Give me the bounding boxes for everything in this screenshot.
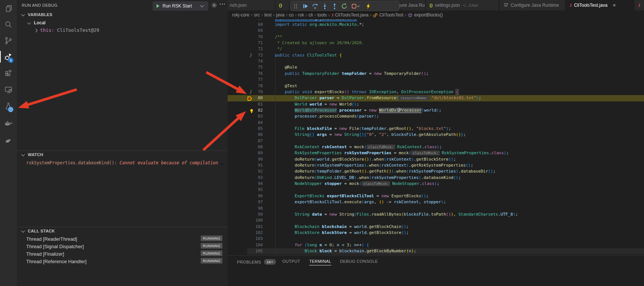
- code-line-text[interactable]: WorldDslProcessor processor = new WorldD…: [275, 107, 441, 113]
- breadcrumb-item-test[interactable]: test: [264, 12, 271, 18]
- variable-row-this[interactable]: this: CliToolsTest@29: [34, 27, 99, 33]
- step-into-icon[interactable]: [320, 2, 329, 10]
- code-line-101[interactable]: 101 Blockchain blockchain = world.getBlo…: [228, 224, 644, 230]
- line-number[interactable]: 101: [235, 224, 263, 230]
- code-line-84[interactable]: 84: [228, 120, 644, 126]
- line-number[interactable]: 85: [235, 126, 263, 132]
- code-line-86[interactable]: 86 String[] args = new String[]{"0", "2"…: [228, 132, 644, 138]
- code-line-74[interactable]: 74: [228, 58, 644, 65]
- editor-tab-CliToolsTest.java[interactable]: JCliToolsTest.java×: [566, 0, 634, 10]
- explorer-icon[interactable]: [4, 4, 13, 13]
- gutter-arc-icon[interactable]: ): [249, 89, 252, 95]
- code-line-99[interactable]: 99 String data = new String(Files.readAl…: [228, 212, 644, 218]
- breadcrumb-item-tools[interactable]: tools: [317, 12, 326, 18]
- gear-icon[interactable]: [211, 2, 217, 10]
- search-icon[interactable]: [4, 20, 13, 29]
- code-line-68[interactable]: 68import static org.mockito.Mockito.*;: [228, 22, 644, 28]
- breadcrumb-item-rskj-core[interactable]: rskj-core: [232, 12, 249, 18]
- code-line-69[interactable]: 69: [228, 28, 644, 34]
- line-number[interactable]: 97: [235, 199, 263, 205]
- code-line-95[interactable]: 95: [228, 187, 644, 193]
- code-line-70[interactable]: 70/**: [228, 34, 644, 40]
- watch-expression-row[interactable]: rskSystemProperties.databaseKind(): Cann…: [26, 160, 225, 165]
- chevron-down-icon[interactable]: [356, 2, 361, 10]
- line-number[interactable]: 96: [235, 193, 263, 199]
- line-number[interactable]: 71: [235, 40, 263, 46]
- line-number[interactable]: 81: [235, 101, 263, 107]
- code-line-73[interactable]: 73)public class CliToolsTest {: [228, 52, 644, 59]
- more-actions-icon[interactable]: ···: [219, 1, 226, 7]
- code-line-80[interactable]: 80 DslParser parser = DslParser.fromReso…: [228, 95, 644, 101]
- breadcrumb-item-src[interactable]: src: [254, 12, 260, 18]
- variables-scope-local[interactable]: Local: [28, 20, 46, 25]
- hot-code-replace-bolt-icon[interactable]: [363, 2, 373, 10]
- line-number[interactable]: 102: [235, 230, 263, 236]
- line-number[interactable]: 75: [235, 64, 263, 70]
- source-control-icon[interactable]: [4, 36, 13, 45]
- code-line-71[interactable]: 71 * Created by ajlopez on 26/04/2020.: [228, 40, 644, 46]
- breadcrumb-item-exportBlocks()[interactable]: exportBlocks(): [408, 12, 443, 18]
- call-stack-thread-row[interactable]: Thread [ReaderThread]: [26, 236, 77, 242]
- code-line-85[interactable]: 85 File blocksFile = new File(tempFolder…: [228, 126, 644, 132]
- code-line-91[interactable]: 91 doReturn(rskSystemProperties).when(rs…: [228, 162, 644, 169]
- code-line-text[interactable]: doReturn(tempFolder.getRoot().getPath())…: [275, 168, 496, 174]
- line-number[interactable]: 78: [235, 83, 263, 89]
- breadcrumb-item-rsk[interactable]: rsk: [298, 12, 304, 18]
- code-line-92[interactable]: 92 doReturn(tempFolder.getRoot().getPath…: [228, 168, 644, 175]
- editor-tab-hidden[interactable]: J: [635, 0, 644, 10]
- line-number[interactable]: 79: [235, 89, 263, 95]
- code-line-text[interactable]: processor.processCommands(parser);: [275, 113, 379, 119]
- code-line-105[interactable]: 105 Block block = blockchain.getBlockByN…: [228, 248, 644, 255]
- line-number[interactable]: 93: [235, 175, 263, 181]
- call-stack-thread-row[interactable]: Thread [Reference Handler]: [26, 259, 86, 264]
- line-number[interactable]: 105: [235, 248, 263, 254]
- line-number[interactable]: 74: [235, 58, 263, 64]
- panel-tab-TERMINAL[interactable]: TERMINAL: [309, 259, 331, 265]
- continue-icon[interactable]: [300, 2, 310, 10]
- code-line-text[interactable]: doReturn(rskSystemProperties).when(rskCo…: [275, 162, 473, 168]
- code-line-text[interactable]: RskSystemProperties rskSystemProperties …: [275, 150, 509, 156]
- code-line-82[interactable]: 82 WorldDslProcessor processor = new Wor…: [228, 107, 644, 114]
- line-number[interactable]: 87: [235, 138, 263, 144]
- variables-section-header[interactable]: VARIABLES: [22, 12, 52, 17]
- code-line-text[interactable]: RskContext rskContext = mock(classToMock…: [275, 144, 442, 150]
- code-line-102[interactable]: 102 BlockStore blockStore = world.getBlo…: [228, 230, 644, 236]
- code-line-text[interactable]: doReturn(DbKind.LEVEL_DB).when(rskSystem…: [275, 175, 461, 181]
- line-number[interactable]: 98: [235, 206, 263, 212]
- code-line-text[interactable]: String data = new String(Files.readAllBy…: [275, 212, 518, 217]
- code-line-text[interactable]: String[] args = new String[]{"0", "2", b…: [275, 132, 466, 138]
- line-number[interactable]: 82: [235, 107, 263, 113]
- step-out-icon[interactable]: [329, 2, 339, 10]
- code-line-text[interactable]: /**: [275, 34, 282, 40]
- step-over-icon[interactable]: [310, 2, 320, 10]
- line-number[interactable]: 90: [235, 156, 263, 162]
- code-line-75[interactable]: 75 @Rule: [228, 64, 644, 71]
- line-number[interactable]: 89: [235, 150, 263, 156]
- code-line-text[interactable]: * Created by ajlopez on 26/04/2020.: [275, 40, 364, 46]
- code-line-77[interactable]: 77: [228, 77, 644, 83]
- code-line-97[interactable]: 97 exportBlocksCliTool.execute(args, () …: [228, 199, 644, 206]
- code-line-100[interactable]: 100: [228, 217, 644, 224]
- code-line-98[interactable]: 98: [228, 206, 644, 212]
- code-line-text[interactable]: File blocksFile = new File(tempFolder.ge…: [275, 126, 451, 132]
- code-line-93[interactable]: 93 doReturn(DbKind.LEVEL_DB).when(rskSys…: [228, 175, 644, 181]
- code-editor[interactable]: 67import static org.junit.Assert.*;68imp…: [228, 19, 644, 255]
- code-line-76[interactable]: 76 public TemporaryFolder tempFolder = n…: [228, 71, 644, 77]
- code-line-78[interactable]: 78 @Test: [228, 83, 644, 89]
- remote-explorer-icon[interactable]: [4, 85, 13, 94]
- code-line-text[interactable]: @Rule: [275, 64, 297, 70]
- gradle-elephant-icon[interactable]: [4, 135, 13, 144]
- line-number[interactable]: 92: [235, 168, 263, 174]
- extensions-icon[interactable]: [4, 69, 13, 78]
- line-number[interactable]: 91: [235, 162, 263, 168]
- line-number[interactable]: 100: [235, 217, 263, 223]
- run-config-dropdown[interactable]: Run RSK Start: [153, 1, 208, 10]
- code-line-text[interactable]: doReturn(world.getBlockStore()).when(rsk…: [275, 156, 456, 162]
- line-number[interactable]: 86: [235, 132, 263, 138]
- close-icon[interactable]: ×: [613, 2, 616, 8]
- line-number[interactable]: 69: [235, 28, 263, 34]
- code-line-text[interactable]: ExportBlocks exportBlocksCliTool = new E…: [275, 193, 429, 199]
- code-line-text[interactable]: import static org.mockito.Mockito.*;: [275, 22, 364, 28]
- code-line-text[interactable]: @Test: [275, 83, 297, 89]
- code-line-96[interactable]: 96 ExportBlocks exportBlocksCliTool = ne…: [228, 193, 644, 200]
